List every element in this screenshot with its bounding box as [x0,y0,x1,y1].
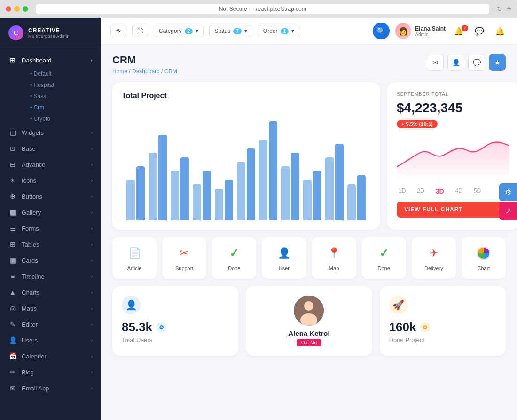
done-project-icon-wrapper: 🚀 [389,296,408,314]
bar-6-1[interactable] [269,121,277,220]
icon-card-chart[interactable]: Chart [462,237,506,279]
share-fab[interactable]: ↗ [499,202,517,220]
sidebar-item-base[interactable]: ⊡ Base › [0,140,101,156]
bar-5-1[interactable] [247,148,255,220]
status-button[interactable]: Status 7 ▾ [209,25,252,37]
icon-card-delivery[interactable]: ✈ Delivery [412,237,456,279]
sidebar-item-users[interactable]: 👤 Users › [0,332,101,348]
bar-2-0[interactable] [171,171,179,220]
total-users-gear-icon[interactable]: ⚙ [156,322,166,333]
sub-crypto[interactable]: Crypto [22,113,101,124]
sub-crm[interactable]: Crm [22,102,101,113]
chat-icon[interactable]: 💬 [472,27,487,36]
chat-action-button[interactable]: 💬 [468,54,485,71]
sidebar-item-timeline[interactable]: ≡ Timeline › [0,268,101,284]
sidebar-item-buttons[interactable]: ⊕ Buttons › [0,188,101,204]
url-bar[interactable]: Not Secure — react.pixelstrap.com [36,4,489,14]
sidebar-item-base-label: Base [22,145,91,152]
bar-8-1[interactable] [313,171,321,220]
bar-6-0[interactable] [259,140,267,221]
category-button[interactable]: Category 2 ▾ [154,25,204,37]
icon-card-done1[interactable]: ✓ Done [212,237,256,279]
support-label: Support [175,265,194,271]
sub-hospital[interactable]: Hospital [22,79,101,91]
refresh-icon[interactable]: ↻ [497,5,502,13]
user-action-button[interactable]: 👤 [447,54,464,71]
bar-10-0[interactable] [347,184,356,220]
sidebar-item-users-label: Users [22,337,91,344]
sub-default[interactable]: Default [22,68,101,79]
maximize-dot[interactable] [23,6,28,12]
bar-0-1[interactable] [136,166,145,220]
sidebar-item-gallery[interactable]: ▦ Gallery › [0,204,101,220]
close-dot[interactable] [6,6,11,12]
bar-2-1[interactable] [180,157,189,220]
sidebar-item-dashboard[interactable]: ⊞ Dashboard ▾ [0,52,101,68]
settings-fab[interactable]: ⚙ [499,183,517,201]
maps-arrow: › [91,306,93,311]
status-badge: 7 [233,28,242,34]
bar-10-1[interactable] [357,175,366,220]
minimize-dot[interactable] [14,6,20,12]
filter-1d[interactable]: 1D [397,187,407,196]
sidebar-item-charts[interactable]: ▲ Charts › [0,284,101,300]
bar-0-0[interactable] [126,180,135,220]
total-project-title: Total Project [122,92,370,100]
tables-arrow: › [91,242,93,247]
sidebar-item-calender[interactable]: 📅 Calender › [0,348,101,364]
page-actions: ✉ 👤 💬 ★ [427,54,506,71]
bell-icon[interactable]: 🔔 [493,27,508,36]
bar-4-1[interactable] [225,180,233,220]
sidebar-item-blog[interactable]: ✏ Blog › [0,364,101,380]
bar-7-1[interactable] [291,153,299,220]
sidebar-item-tables[interactable]: ⊞ Tables › [0,236,101,252]
bar-3-1[interactable] [203,171,211,220]
search-button[interactable]: 🔍 [373,23,390,39]
icon-card-done2[interactable]: ✓ Done [362,237,406,279]
star-action-button[interactable]: ★ [489,54,506,71]
done-project-gear-icon[interactable]: ⚙ [420,322,431,333]
icon-card-user[interactable]: 👤 User [262,237,306,279]
icon-card-article[interactable]: 📄 Article [112,237,157,279]
filter-4d[interactable]: 4D [454,187,464,196]
breadcrumb-home[interactable]: Home [112,68,127,75]
filter-5d[interactable]: 5D [472,187,483,196]
new-tab-icon[interactable]: + [506,4,511,14]
notification-icon[interactable]: 🔔 2 [451,27,466,36]
sidebar-item-widgets[interactable]: ◫ Widgets › [0,124,101,140]
icon-card-support[interactable]: ✂ Support [162,237,206,279]
topbar: 👁 ⛶ Category 2 ▾ Status 7 ▾ Order 1 ▾ [101,18,517,45]
mail-action-button[interactable]: ✉ [427,54,444,71]
bar-4-0[interactable] [215,189,223,220]
category-badge: 2 [185,28,193,34]
breadcrumb-dashboard[interactable]: Dashboard [132,68,160,75]
sidebar-item-advance[interactable]: ⊟ Advance › [0,156,101,172]
bar-9-0[interactable] [325,157,334,220]
sidebar-item-icons[interactable]: ✳ Icons › [0,172,101,188]
sidebar-item-email[interactable]: ✉ Email App › [0,380,101,396]
bar-1-0[interactable] [149,153,157,220]
total-users-icon-wrapper: 👤 [122,296,141,314]
bar-5-0[interactable] [237,162,245,220]
bar-3-0[interactable] [193,184,201,220]
bar-7-0[interactable] [281,166,290,220]
bar-1-1[interactable] [158,135,167,220]
users-arrow: › [91,338,93,343]
sidebar-item-maps[interactable]: ◎ Maps › [0,300,101,316]
page-title-area: CRM Home / Dashboard / CRM [112,54,177,75]
filter-2d[interactable]: 2D [415,187,426,196]
sidebar-item-cards[interactable]: ▣ Cards › [0,252,101,268]
filter-3d[interactable]: 3D [434,187,446,196]
order-button[interactable]: Order 1 ▾ [258,25,299,37]
sidebar-item-editor[interactable]: ✎ Editor › [0,316,101,332]
icon-card-map[interactable]: 📍 Map [312,237,356,279]
sidebar-item-forms[interactable]: ☰ Forms › [0,220,101,236]
sub-sass[interactable]: Sass [22,91,101,102]
main-content: 👁 ⛶ Category 2 ▾ Status 7 ▾ Order 1 ▾ [101,18,517,420]
timeline-icon: ≡ [8,272,17,280]
bar-9-1[interactable] [335,144,344,220]
expand-button[interactable]: ⛶ [132,25,148,37]
view-full-chart-button[interactable]: VIEW FULL CHART → [397,202,509,218]
bar-8-0[interactable] [303,180,312,220]
eye-button[interactable]: 👁 [110,25,126,37]
